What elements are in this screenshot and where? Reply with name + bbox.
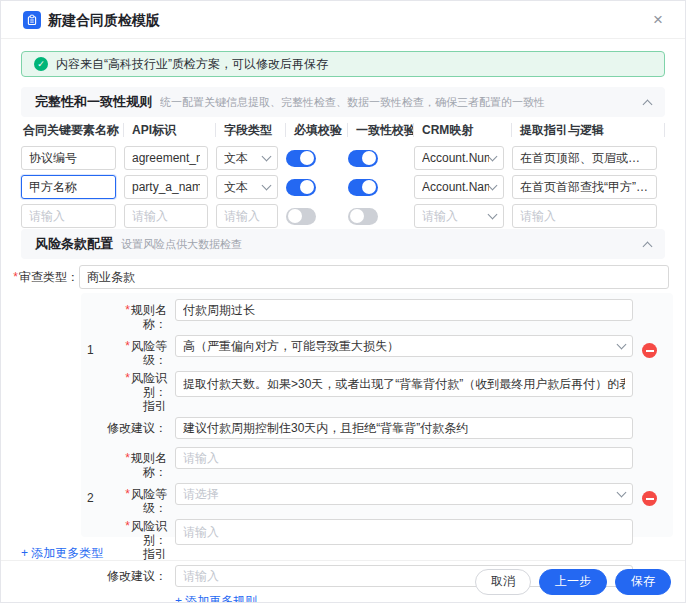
rule-name-label: 规则名称： <box>131 451 167 479</box>
dialog-title: 新建合同质检模版 <box>48 12 160 30</box>
remove-rule-button[interactable] <box>642 343 657 358</box>
new-contract-qc-template-dialog: 新建合同质检模版 × ✓ 内容来自“高科技行业”质检方案，可以修改后再保存 完整… <box>0 0 686 603</box>
col-header-required-check: 必填校验 <box>286 123 348 137</box>
chevron-down-icon <box>488 181 498 191</box>
table-row: 文本 Account.Number <box>21 146 665 170</box>
remove-rule-button[interactable] <box>642 491 657 506</box>
col-header-consistency-check: 一致性校验 <box>348 123 414 137</box>
required-asterisk: * <box>13 270 18 284</box>
extraction-guide-input[interactable] <box>512 146 657 170</box>
col-header-api-id: API标识 <box>124 123 216 137</box>
section-integrity-header[interactable]: 完整性和一致性规则 统一配置关键信息提取、完整性检查、数据一致性检查，确保三者配… <box>21 87 665 117</box>
rule-name-input[interactable] <box>175 299 633 321</box>
crm-mapping-select[interactable]: Account.Number <box>414 146 504 170</box>
rule-index: 1 <box>87 343 94 357</box>
consistency-toggle[interactable] <box>348 150 378 167</box>
dialog-footer: 取消 上一步 保存 <box>1 560 685 602</box>
consistency-toggle[interactable] <box>348 179 378 196</box>
info-banner: ✓ 内容来自“高科技行业”质检方案，可以修改后再保存 <box>21 51 665 77</box>
suggestion-label: 修改建议： <box>105 417 167 439</box>
dialog-header: 新建合同质检模版 × <box>1 1 685 39</box>
section-risk-header[interactable]: 风险条款配置 设置风险点供大数据检查 <box>21 229 665 259</box>
chevron-down-icon <box>488 152 498 162</box>
suggestion-row: 修改建议： <box>105 417 633 439</box>
section-integrity-title: 完整性和一致性规则 <box>35 93 152 111</box>
rule-name-label: 规则名称： <box>131 303 167 331</box>
consistency-toggle[interactable] <box>348 208 378 225</box>
rule-name-input[interactable] <box>175 447 633 469</box>
element-name-input[interactable] <box>21 204 116 228</box>
field-type-input[interactable] <box>216 204 278 228</box>
risk-level-label: 风险等级： <box>131 487 167 515</box>
clipboard-icon <box>23 11 41 29</box>
cancel-button[interactable]: 取消 <box>475 569 531 595</box>
table-header-row: 合同关键要素名称 API标识 字段类型 必填校验 一致性校验 CRM映射 提取指… <box>21 123 665 141</box>
previous-step-button[interactable]: 上一步 <box>539 569 607 595</box>
api-id-input[interactable] <box>124 146 208 170</box>
risk-guide-input[interactable] <box>175 371 633 397</box>
extraction-guide-input[interactable] <box>512 204 657 228</box>
crm-mapping-select[interactable]: 请输入 <box>414 204 504 228</box>
section-integrity-subtitle: 统一配置关键信息提取、完整性检查、数据一致性检查，确保三者配置的一致性 <box>160 95 644 110</box>
rule-name-row: *规则名称： <box>105 447 633 479</box>
required-toggle[interactable] <box>286 179 316 196</box>
required-toggle[interactable] <box>286 208 316 225</box>
risk-guide-row: *风险识别：指引 <box>105 371 633 413</box>
review-type-row: *审查类型： <box>1 265 669 289</box>
risk-rules-panel: 1 *规则名称： *风险等级： 高（严重偏向对方，可能导致重大损失） *风险识别… <box>81 293 673 537</box>
risk-guide-input[interactable] <box>175 519 633 545</box>
risk-guide-label: 风险识别： <box>131 519 167 547</box>
chevron-down-icon <box>262 152 272 162</box>
crm-mapping-select[interactable]: Account.Name <box>414 175 504 199</box>
element-name-input[interactable] <box>21 175 116 199</box>
col-header-extraction-guide: 提取指引与逻辑 <box>512 123 665 137</box>
close-icon[interactable]: × <box>647 9 669 31</box>
chevron-up-icon[interactable] <box>643 99 653 109</box>
risk-level-row: *风险等级： 高（严重偏向对方，可能导致重大损失） <box>105 335 633 367</box>
api-id-input[interactable] <box>124 175 208 199</box>
chevron-up-icon[interactable] <box>643 241 653 251</box>
required-toggle[interactable] <box>286 150 316 167</box>
field-type-select[interactable]: 文本 <box>216 175 278 199</box>
rule-name-row: *规则名称： <box>105 299 633 331</box>
risk-guide-label: 风险识别： <box>131 371 167 399</box>
save-button[interactable]: 保存 <box>615 569 671 595</box>
review-type-label: *审查类型： <box>1 269 79 286</box>
review-type-input[interactable] <box>79 265 669 289</box>
field-type-select[interactable]: 文本 <box>216 146 278 170</box>
chevron-down-icon <box>262 181 272 191</box>
risk-level-select[interactable]: 高（严重偏向对方，可能导致重大损失） <box>175 335 633 357</box>
element-name-input[interactable] <box>21 146 116 170</box>
chevron-down-icon <box>488 210 498 220</box>
col-header-field-type: 字段类型 <box>216 123 286 137</box>
section-risk-subtitle: 设置风险点供大数据检查 <box>121 237 644 252</box>
chevron-down-icon <box>617 488 627 498</box>
col-header-element-name: 合同关键要素名称 <box>21 123 124 137</box>
key-elements-table: 合同关键要素名称 API标识 字段类型 必填校验 一致性校验 CRM映射 提取指… <box>21 123 665 228</box>
extraction-guide-input[interactable] <box>512 175 657 199</box>
risk-level-row: *风险等级： 请选择 <box>105 483 633 515</box>
banner-text: 内容来自“高科技行业”质检方案，可以修改后再保存 <box>56 56 328 73</box>
risk-level-label: 风险等级： <box>131 339 167 367</box>
section-risk-title: 风险条款配置 <box>35 235 113 253</box>
table-row: 请输入 <box>21 204 665 228</box>
rule-index: 2 <box>87 491 94 505</box>
api-id-input[interactable] <box>124 204 208 228</box>
risk-guide-row: *风险识别：指引 <box>105 519 633 561</box>
chevron-down-icon <box>617 340 627 350</box>
rule-item: 1 *规则名称： *风险等级： 高（严重偏向对方，可能导致重大损失） *风险识别… <box>81 299 673 439</box>
col-header-crm-mapping: CRM映射 <box>414 123 512 137</box>
suggestion-input[interactable] <box>175 417 633 439</box>
check-circle-icon: ✓ <box>34 57 48 71</box>
table-row: 文本 Account.Name <box>21 175 665 199</box>
risk-level-select[interactable]: 请选择 <box>175 483 633 505</box>
